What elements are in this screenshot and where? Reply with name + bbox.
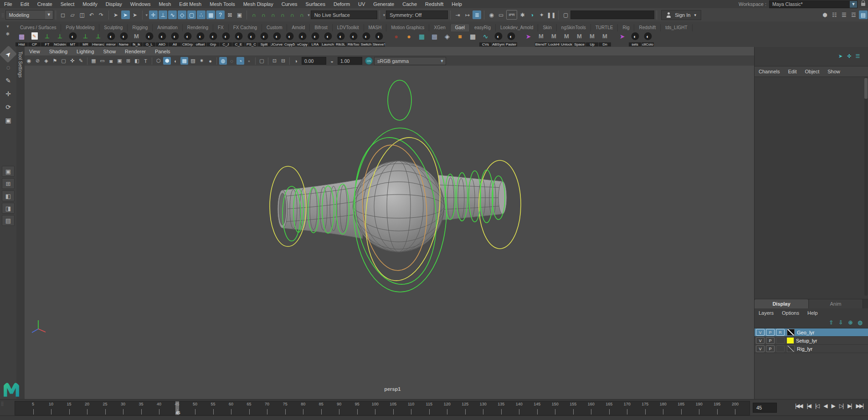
shelf-tab-skin[interactable]: Skin	[538, 24, 556, 31]
safe-action-icon[interactable]: ◧	[133, 57, 141, 65]
menu-display[interactable]: Display	[102, 1, 126, 7]
select-hierarchy-icon[interactable]: ➤	[112, 10, 120, 19]
layer-color-swatch[interactable]	[787, 329, 795, 336]
shaded-icon[interactable]: ⬢	[163, 57, 171, 65]
modeling-toolkit-icon[interactable]: ⬢	[821, 10, 829, 19]
layer-menu-options[interactable]: Options	[778, 310, 803, 316]
layer-r-toggle[interactable]	[776, 345, 785, 352]
shelf-item-dn[interactable]: MDn	[599, 31, 611, 46]
viewport-3d-area[interactable]: persp1	[25, 66, 754, 399]
step-forward-frame-button[interactable]: ▶|	[845, 402, 853, 410]
shelf-item-cvs[interactable]: ∿CVs	[479, 31, 492, 46]
shelf-item-g-l[interactable]: ◐G_L	[143, 31, 155, 46]
shelf-item-ngskin[interactable]: ⊥NGskin	[54, 31, 66, 46]
shelf-tab-poly-modeling[interactable]: Poly Modeling	[61, 24, 99, 31]
shelf-tab-menu-icon[interactable]: ▾	[6, 24, 9, 29]
layer-v-toggle[interactable]: V	[756, 329, 765, 336]
transparency-icon[interactable]: ▫	[245, 57, 253, 65]
lock-selection-icon[interactable]: ⊠	[226, 10, 234, 19]
shelf-item-sleevet[interactable]: ◐SleeveT	[373, 31, 385, 46]
workspace-selector[interactable]: Maya Classic* ▼	[769, 0, 858, 8]
layer-p-toggle[interactable]: P	[766, 337, 775, 344]
live-surface-field[interactable]: No Live Surface	[311, 10, 377, 19]
shelf-item-name[interactable]: ◐Name	[118, 31, 130, 46]
make-live-icon[interactable]: ∩	[298, 10, 306, 19]
menu-modify[interactable]: Modify	[78, 1, 101, 7]
layer-p-toggle[interactable]: P	[766, 345, 775, 352]
menu-set-selector[interactable]: Modeling ▼	[5, 10, 53, 20]
shelf-tab-redshift[interactable]: Redshift	[634, 24, 661, 31]
step-back-key-button[interactable]: |◁	[813, 402, 821, 410]
snap-to-curves-icon[interactable]: ∩	[259, 10, 268, 19]
shelf-item-red-sphere[interactable]: ●	[390, 31, 402, 46]
shelf-tab-rendering[interactable]: Rendering	[183, 24, 213, 31]
shelf-item-all[interactable]: ◐All	[169, 31, 181, 46]
checkered-icon[interactable]: ▨	[189, 57, 197, 65]
shelf-item-offset[interactable]: ◐offset	[194, 31, 206, 46]
shelf-item-rubik-cube[interactable]: ▦	[416, 31, 428, 46]
anti-aliasing-icon[interactable]: ◔	[236, 57, 244, 65]
shelf-item-paster[interactable]: ◐Paster	[505, 31, 517, 46]
shelf-tab-rigging[interactable]: Rigging	[128, 24, 153, 31]
menu-create[interactable]: Create	[33, 1, 56, 7]
menu-help[interactable]: Help	[447, 1, 466, 7]
layer-tab-anim[interactable]: Anim	[809, 299, 863, 308]
layer-row-rig-lyr[interactable]: VPRig_lyr	[755, 345, 868, 353]
shelf-item-cp[interactable]: ✎CP	[28, 31, 41, 46]
snap-to-points-icon[interactable]: ∩	[269, 10, 277, 19]
layer-color-swatch[interactable]	[787, 338, 794, 343]
pan-zoom-icon[interactable]: ✜	[68, 57, 76, 65]
shelf-tab-curves-surfaces[interactable]: Curves / Surfaces	[15, 24, 61, 31]
shelf-item-switch[interactable]: ◐Switch	[360, 31, 372, 46]
bookmark-icon[interactable]: ⚑	[51, 57, 59, 65]
construction-history-icon[interactable]: ≣	[473, 10, 481, 19]
drag-grip-icon[interactable]: ⣿	[1, 401, 4, 406]
menu-windows[interactable]: Windows	[126, 1, 155, 7]
channel-menu-object[interactable]: Object	[801, 69, 823, 74]
shelf-tab-arnold[interactable]: Arnold	[287, 24, 310, 31]
shelf-tab-easyrig[interactable]: easyRig	[470, 24, 496, 31]
shelf-item-blendt[interactable]: MBlendT	[535, 31, 547, 46]
undo-icon[interactable]: ↶	[87, 10, 96, 19]
move-layer-up-icon[interactable]: ⇧	[827, 318, 836, 327]
play-backwards-button[interactable]: ◀	[821, 402, 829, 410]
shelf-tab-rig[interactable]: Rig	[618, 24, 634, 31]
shelf-item-orange-cube[interactable]: ■	[454, 31, 466, 46]
snap-to-grids-icon[interactable]: ∩	[250, 10, 258, 19]
layout-single-pane-button[interactable]: ▣	[2, 166, 15, 177]
shelf-tab-fx-caching[interactable]: FX Caching	[229, 24, 262, 31]
layer-tab-display[interactable]: Display	[755, 299, 809, 308]
shelf-item-jcurve[interactable]: ◐JCurve	[271, 31, 283, 46]
shelf-item-launch[interactable]: ◐Launch	[322, 31, 334, 46]
go-to-start-button[interactable]: |◀◀	[793, 402, 805, 410]
viewport-menu-shading[interactable]: Shading	[45, 49, 72, 54]
xray-icon[interactable]: ⊡	[271, 57, 278, 65]
resolution-gate-icon[interactable]: ◙	[107, 57, 115, 65]
layer-r-toggle[interactable]: R	[776, 329, 785, 336]
shelf-item-copy5[interactable]: ◐Copy5	[283, 31, 296, 46]
sign-in-button[interactable]: Sign In ▾	[661, 10, 701, 20]
right-panel-scrollbar[interactable]	[864, 77, 868, 296]
shelf-item-lockhi[interactable]: MLockHi	[548, 31, 560, 46]
viewport-menu-renderer[interactable]: Renderer	[120, 49, 150, 54]
shelf-item-lattice[interactable]: ▩	[428, 31, 441, 46]
render-current-frame-icon[interactable]: ▭	[497, 10, 505, 19]
shelf-tab-turtle[interactable]: TURTLE	[591, 24, 618, 31]
channel-manip-icon[interactable]: ➤	[837, 52, 844, 60]
mask-deformations-icon[interactable]: ▢	[187, 10, 196, 19]
menu-mesh-tools[interactable]: Mesh Tools	[205, 1, 239, 7]
channel-menu-show[interactable]: Show	[823, 69, 844, 74]
viewport-menu-show[interactable]: Show	[99, 49, 121, 54]
select-tool[interactable]: ➤	[0, 46, 17, 63]
quick-select-input[interactable]	[570, 10, 654, 19]
viewport-menu-view[interactable]: View	[25, 49, 45, 54]
layer-menu-help[interactable]: Help	[803, 310, 822, 316]
channel-menu-channels[interactable]: Channels	[755, 69, 784, 74]
viewport-menu-panels[interactable]: Panels	[150, 49, 175, 54]
menu-surfaces[interactable]: Surfaces	[302, 1, 329, 7]
shelf-item-vcopy[interactable]: ◐vCopy	[296, 31, 308, 46]
menu-uv[interactable]: UV	[354, 1, 369, 7]
shelf-item-mr[interactable]: ⊥MR	[79, 31, 92, 46]
shelf-item-unlock[interactable]: MUnlock	[560, 31, 573, 46]
shadows-icon[interactable]: ●	[206, 57, 214, 65]
